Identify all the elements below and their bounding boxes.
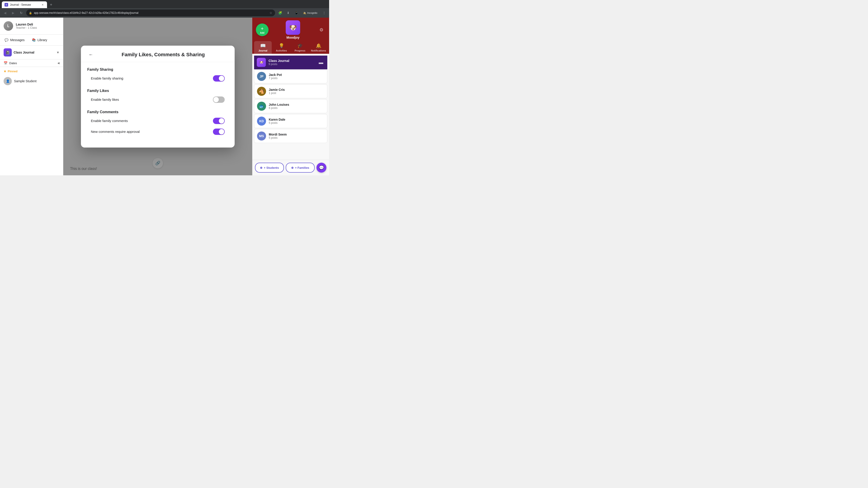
extensions-button[interactable]: 🧩 [277,10,283,16]
tab-title: Journal - Seesaw [10,3,39,6]
right-top-row: + Add 🐶 Moodjoy ⚙ [252,18,329,41]
modal-overlay[interactable]: ← Family Likes, Comments & Sharing Famil… [63,18,252,175]
toggle-knob-likes [213,97,219,102]
new-tab-button[interactable]: + [48,2,54,8]
date-filter-label: Dates [9,61,17,65]
students-list: 🐶 Class Journal 9 posts ▬ JP Jack Pot 7 … [252,54,329,160]
incognito-label: Incognito [307,11,317,14]
notifications-icon: 🔔 [316,43,321,48]
class-chevron-icon: ▼ [56,51,59,54]
download-button[interactable]: ⬇ [285,10,291,16]
class-selector[interactable]: 📓 Class Journal ▼ [0,46,63,59]
chat-button[interactable]: 💬 [316,163,327,173]
families-button[interactable]: ⊕ + Families [286,163,315,173]
menu-button[interactable]: ⋮ [321,10,327,16]
student-name-jl: John Louises [269,103,324,106]
activities-icon: 💡 [279,43,284,48]
tab-notifications[interactable]: 🔔 Notifications [310,41,327,54]
incognito-badge: 🕵️ Incognito [301,11,319,15]
pinned-section: ★ Pinned 👤 Sample Student [0,67,63,89]
bottom-actions: ⊕ + Students ⊕ + Families 💬 [252,160,329,175]
incognito-icon: 🕵️ [303,11,306,14]
class-journal-row[interactable]: 🐶 Class Journal 9 posts ▬ [254,56,327,69]
student-row-jl[interactable]: 🐟 John Louises 6 posts [254,99,327,113]
modal-title: Family Likes, Comments & Sharing [98,52,228,58]
reload-button[interactable]: ↻ [18,10,24,16]
students-plus-icon: ⊕ [260,166,262,169]
chat-icon: 💬 [319,165,324,170]
settings-button[interactable]: ⚙ [317,26,326,34]
family-likes-title: Family Likes [87,89,228,93]
library-label: Library [37,38,47,42]
nav-items: 💬 Messages 📚 Library [0,35,63,46]
require-approval-row: New comments require approval [87,129,228,135]
forward-button[interactable]: ▶ [10,10,16,16]
student-name-jp: Jack Pot [269,73,324,76]
app-container: L Lauren Deli Teacher - 1 Class 💬 Messag… [0,18,329,175]
toggle-knob-comments [219,118,224,124]
bookmark-icon[interactable]: ☆ [270,11,272,15]
plus-icon: + [261,26,264,32]
student-row-jc[interactable]: 🐴 Jamie Cris 1 post [254,84,327,98]
messages-icon: 💬 [4,38,8,42]
enable-comments-toggle[interactable] [213,118,225,124]
student-row-ms[interactable]: MS Mordi Seem 5 posts [254,129,327,143]
student-row-kd[interactable]: KD Karen Dale 5 posts [254,114,327,128]
add-label: Add [260,32,264,34]
family-comments-title: Family Comments [87,110,228,114]
date-filter[interactable]: 📅 Dates ◀ [0,59,63,67]
modal-back-button[interactable]: ← [87,51,94,58]
user-info: Lauren Deli Teacher - 1 Class [16,23,59,29]
lock-icon: 🔒 [29,11,32,14]
messages-nav-item[interactable]: 💬 Messages [2,36,27,43]
students-button[interactable]: ⊕ + Students [255,163,284,173]
family-comments-section: Family Comments Enable family comments N… [87,110,228,135]
sample-student-item[interactable]: 👤 Sample Student [4,76,59,87]
tab-journal[interactable]: 📖 Journal [254,41,272,54]
activities-label: Activities [276,49,287,52]
enable-sharing-label: Enable family sharing [91,76,123,80]
user-role: Teacher - 1 Class [16,26,59,29]
enable-likes-toggle[interactable] [213,96,225,103]
student-row-jp[interactable]: JP Jack Pot 7 posts [254,69,327,84]
student-info-ms: Mordi Seem 5 posts [269,133,324,139]
class-journal-name: Class Journal [269,59,315,63]
student-info-jl: John Louises 6 posts [269,103,324,109]
student-avatar-jl: 🐟 [257,102,266,111]
student-name-ms: Mordi Seem [269,133,324,136]
back-button[interactable]: ◀ [2,10,8,16]
enable-sharing-toggle[interactable] [213,75,225,82]
address-bar-row: ◀ ▶ ↻ 🔒 app.seesaw.me/#/class/class.e01b… [0,8,329,18]
student-info-kd: Karen Dale 5 posts [269,118,324,125]
moodjoy-label: Moodjoy [286,36,300,39]
class-journal-info: Class Journal 9 posts [269,59,315,66]
enable-sharing-row: Enable family sharing [87,75,228,82]
tab-progress[interactable]: 🎓 Progress [291,41,309,54]
add-button[interactable]: + Add [256,24,269,36]
class-journal-action-button[interactable]: ▬ [317,59,324,66]
journal-label: Journal [258,49,268,52]
student-name-jc: Jamie Cris [269,88,324,92]
cast-button[interactable]: 📱 [293,10,300,16]
tab-close-button[interactable]: ✕ [41,3,44,6]
student-posts-ms: 5 posts [269,136,324,139]
require-approval-label: New comments require approval [91,130,140,133]
messages-label: Messages [10,38,25,42]
address-bar[interactable]: 🔒 app.seesaw.me/#/class/class.e01bf4c2-9… [26,9,275,16]
library-icon: 📚 [32,38,36,42]
moodjoy-container: 🐶 Moodjoy [286,20,300,39]
library-nav-item[interactable]: 📚 Library [29,36,50,43]
tab-activities[interactable]: 💡 Activities [273,41,290,54]
student-avatar-jc: 🐴 [257,87,266,96]
class-icon: 📓 [4,48,12,57]
student-posts-jc: 1 post [269,92,324,95]
right-sidebar: + Add 🐶 Moodjoy ⚙ 📖 Journal 💡 Activities… [252,18,329,175]
require-approval-toggle[interactable] [213,129,225,135]
user-header: L Lauren Deli Teacher - 1 Class [0,18,63,35]
pinned-text: Pinned [8,70,18,73]
active-tab[interactable]: S Journal - Seesaw ✕ [2,1,47,8]
student-avatar-kd: KD [257,117,266,126]
toggle-knob-approval [219,129,224,134]
notifications-label: Notifications [311,49,326,52]
modal-body: Family Sharing Enable family sharing Fam… [81,62,235,148]
